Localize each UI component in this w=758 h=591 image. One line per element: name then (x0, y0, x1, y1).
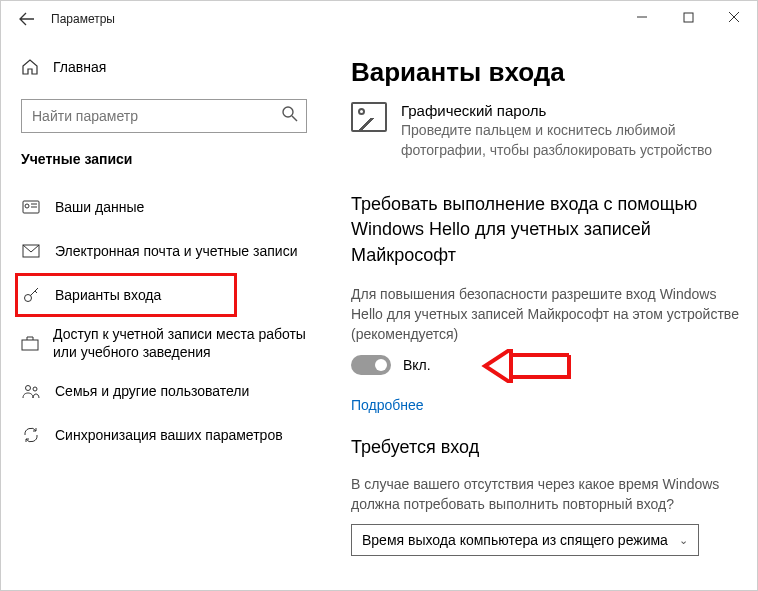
mail-icon (21, 244, 41, 258)
svg-rect-1 (684, 13, 693, 22)
section-title: Учетные записи (21, 151, 321, 167)
search-box[interactable] (21, 99, 307, 133)
hello-heading: Требовать выполнение входа с помощью Win… (351, 192, 739, 268)
select-value: Время выхода компьютера из спящего режим… (362, 532, 668, 548)
maximize-icon (683, 12, 694, 23)
page-heading: Варианты входа (351, 57, 739, 88)
svg-rect-12 (22, 340, 38, 350)
svg-line-11 (35, 291, 37, 293)
home-icon (21, 58, 39, 76)
home-link[interactable]: Главная (21, 45, 321, 89)
svg-point-14 (33, 387, 37, 391)
titlebar: Параметры (1, 1, 757, 37)
svg-line-10 (31, 288, 39, 296)
briefcase-icon (21, 335, 39, 351)
hello-desc: Для повышения безопасности разрешите вхо… (351, 284, 739, 345)
hello-toggle[interactable] (351, 355, 391, 375)
content-pane: Варианты входа Графический пароль Провед… (333, 37, 757, 590)
arrow-left-icon (19, 11, 35, 27)
require-signin-heading: Требуется вход (351, 437, 739, 458)
maximize-button[interactable] (665, 1, 711, 33)
id-card-icon (21, 200, 41, 214)
minimize-button[interactable] (619, 1, 665, 33)
nav-label: Ваши данные (55, 198, 144, 216)
require-signin-question: В случае вашего отсутствия через какое в… (351, 474, 739, 515)
search-input[interactable] (21, 99, 307, 133)
picture-icon (351, 102, 387, 132)
nav-label: Семья и другие пользователи (55, 382, 249, 400)
sidebar: Главная Учетные записи Ваши данные Элект… (1, 37, 333, 590)
picture-password-title: Графический пароль (401, 102, 739, 119)
people-icon (21, 383, 41, 399)
nav-sync[interactable]: Синхронизация ваших параметров (21, 413, 321, 457)
nav-email-accounts[interactable]: Электронная почта и учетные записи (21, 229, 321, 273)
close-button[interactable] (711, 1, 757, 33)
nav-label: Электронная почта и учетные записи (55, 242, 297, 260)
nav-label: Доступ к учетной записи места работы или… (53, 325, 321, 361)
key-icon (21, 286, 41, 304)
chevron-down-icon: ⌄ (679, 534, 688, 547)
minimize-icon (636, 11, 648, 23)
picture-password-desc: Проведите пальцем и коснитесь любимой фо… (401, 121, 739, 160)
svg-point-13 (26, 386, 31, 391)
nav-label: Варианты входа (55, 286, 161, 304)
svg-point-9 (25, 295, 32, 302)
picture-password-option[interactable]: Графический пароль Проведите пальцем и к… (351, 102, 739, 160)
nav-label: Синхронизация ваших параметров (55, 426, 283, 444)
back-button[interactable] (11, 3, 43, 35)
toggle-label: Вкл. (403, 357, 431, 373)
sync-icon (21, 426, 41, 444)
close-icon (728, 11, 740, 23)
window-title: Параметры (51, 12, 115, 26)
learn-more-link[interactable]: Подробнее (351, 397, 424, 413)
nav-your-info[interactable]: Ваши данные (21, 185, 321, 229)
home-label: Главная (53, 59, 106, 75)
nav-signin-options[interactable]: Варианты входа (15, 273, 237, 317)
svg-point-5 (25, 204, 29, 208)
require-signin-select[interactable]: Время выхода компьютера из спящего режим… (351, 524, 699, 556)
nav-family[interactable]: Семья и другие пользователи (21, 369, 321, 413)
annotation-arrow (481, 349, 571, 386)
nav-work-school[interactable]: Доступ к учетной записи места работы или… (21, 317, 321, 369)
